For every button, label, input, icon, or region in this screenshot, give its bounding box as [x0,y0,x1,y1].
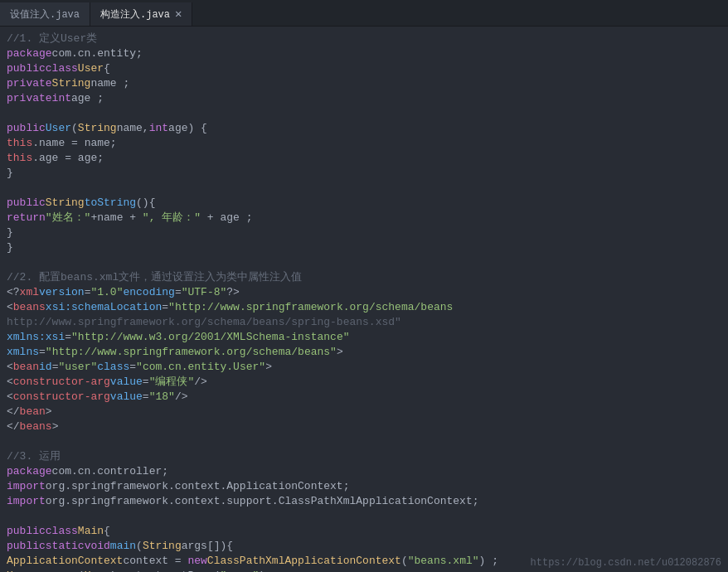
editor: //1. 定义User类package com.cn.entity;public… [0,27,728,572]
code-line: </beans> [0,419,728,434]
code-line: private String name ; [0,76,728,91]
code-line: public static void main(String args[]){ [0,539,728,554]
code-line: <constructor-arg value="编程侠" /> [0,375,728,390]
code-line [0,434,728,449]
code-line: return "姓名："+name + ", 年龄：" + age ; [0,211,728,225]
code-line [0,181,728,196]
code-line: xmlns:xsi="http://www.w3.org/2001/XMLSch… [0,330,728,345]
code-line: import org.springframework.context.suppo… [0,494,728,509]
code-line: <?xml version="1.0" encoding="UTF-8"?> [0,285,728,300]
code-line: xmlns="http://www.springframework.org/sc… [0,345,728,360]
tab-gouzao[interactable]: 构造注入.java ✕ [90,2,192,26]
tab-close-icon[interactable]: ✕ [175,8,182,20]
code-line: private int age ; [0,91,728,106]
tab-bar: 设值注入.java 构造注入.java ✕ [0,0,728,27]
code-line: } [0,240,728,255]
tab-shezhi[interactable]: 设值注入.java [0,2,90,26]
code-line: public class User { [0,61,728,76]
code-line: </bean> [0,405,728,419]
code-line: } [0,166,728,181]
tab-label-shezhi: 设值注入.java [10,7,80,22]
code-line: http://www.springframework.org/schema/be… [0,315,728,330]
code-line: <constructor-arg value="18" /> [0,390,728,405]
code-line [0,255,728,270]
code-line: <bean id="user" class="com.cn.entity.Use… [0,360,728,375]
code-line: import org.springframework.context.Appli… [0,479,728,494]
code-line: package com.cn.entity; [0,46,728,61]
code-line: package com.cn.controller; [0,464,728,479]
tab-label-gouzao: 构造注入.java [100,7,170,22]
code-line: } [0,225,728,240]
code-line: <beans xsi:schemaLocation="http://www.sp… [0,300,728,315]
code-line: public User(String name, int age) { [0,121,728,136]
code-line: this.name = name; [0,136,728,151]
footer-url: https://blog.csdn.net/u012082876 [531,554,721,572]
code-line: //3. 运用 [0,449,728,464]
code-line: //2. 配置beans.xml文件，通过设置注入为类中属性注入值 [0,270,728,285]
code-line: this.age = age; [0,151,728,166]
code-line: public String toString(){ [0,196,728,211]
code-line [0,509,728,524]
code-line [0,106,728,121]
code-line: //1. 定义User类 [0,32,728,46]
code-line: public class Main { [0,524,728,539]
